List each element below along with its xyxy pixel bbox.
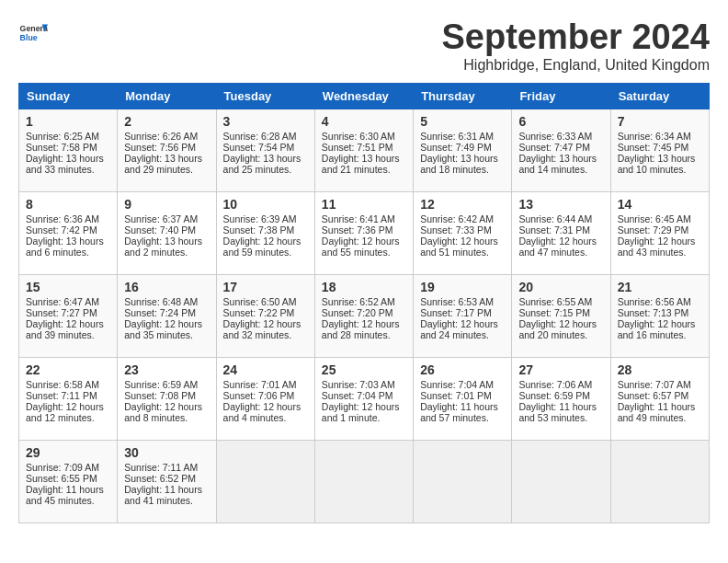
day-info-line: Sunset: 7:33 PM: [420, 224, 505, 236]
day-info-line: Sunset: 6:57 PM: [618, 390, 702, 401]
day-info-line: Sunrise: 7:01 AM: [223, 379, 308, 390]
calendar-cell: 4Sunrise: 6:30 AMSunset: 7:51 PMDaylight…: [314, 109, 413, 191]
calendar-cell: 18Sunrise: 6:52 AMSunset: 7:20 PMDayligh…: [314, 274, 413, 357]
day-info-line: and 33 minutes.: [26, 164, 110, 175]
day-info-line: Sunrise: 6:26 AM: [124, 131, 209, 142]
logo-icon: General Blue: [18, 18, 48, 48]
day-info-line: Daylight: 11 hours: [26, 484, 110, 495]
day-number: 22: [26, 362, 110, 377]
day-number: 9: [124, 197, 209, 212]
calendar-cell: 26Sunrise: 7:04 AMSunset: 7:01 PMDayligh…: [414, 357, 512, 440]
calendar-cell: 19Sunrise: 6:53 AMSunset: 7:17 PMDayligh…: [414, 274, 512, 357]
day-info-line: and 53 minutes.: [518, 412, 603, 423]
day-info-line: and 28 minutes.: [322, 329, 406, 340]
day-info-line: Sunset: 7:06 PM: [223, 390, 308, 401]
day-info-line: Sunrise: 6:44 AM: [518, 213, 603, 224]
day-number: 30: [124, 445, 209, 460]
calendar-week-1: 1Sunrise: 6:25 AMSunset: 7:58 PMDaylight…: [19, 109, 710, 191]
day-info-line: Sunset: 7:22 PM: [223, 307, 308, 318]
day-info-line: Daylight: 12 hours: [322, 236, 406, 247]
day-info-line: Sunrise: 6:50 AM: [223, 296, 308, 307]
day-number: 10: [223, 197, 308, 212]
day-info-line: Daylight: 12 hours: [26, 318, 110, 329]
day-info-line: Sunset: 7:11 PM: [26, 390, 110, 401]
day-info-line: Sunset: 7:36 PM: [322, 224, 406, 236]
calendar-cell: 24Sunrise: 7:01 AMSunset: 7:06 PMDayligh…: [216, 357, 314, 440]
day-info-line: Sunset: 7:31 PM: [518, 224, 603, 236]
day-info-line: and 20 minutes.: [518, 329, 603, 340]
day-info-line: Daylight: 12 hours: [322, 318, 406, 329]
month-title: September 2024: [442, 18, 711, 57]
day-info-line: Daylight: 13 hours: [518, 153, 603, 164]
calendar-cell: 22Sunrise: 6:58 AMSunset: 7:11 PMDayligh…: [19, 357, 118, 440]
day-info-line: Daylight: 12 hours: [223, 401, 308, 412]
day-info-line: Sunset: 7:17 PM: [420, 307, 505, 318]
day-number: 17: [223, 280, 308, 294]
day-info-line: Daylight: 12 hours: [518, 318, 603, 329]
calendar-cell: 17Sunrise: 6:50 AMSunset: 7:22 PMDayligh…: [216, 274, 314, 357]
day-info-line: Sunrise: 6:31 AM: [420, 131, 505, 142]
calendar-cell: 12Sunrise: 6:42 AMSunset: 7:33 PMDayligh…: [414, 191, 512, 274]
day-number: 8: [26, 197, 110, 212]
day-info-line: Daylight: 12 hours: [26, 401, 110, 412]
day-number: 18: [322, 280, 406, 294]
day-info-line: Sunrise: 7:04 AM: [420, 379, 505, 390]
calendar-cell: 23Sunrise: 6:59 AMSunset: 7:08 PMDayligh…: [118, 357, 216, 440]
calendar-table: SundayMondayTuesdayWednesdayThursdayFrid…: [18, 83, 710, 523]
day-info-line: and 35 minutes.: [124, 329, 209, 340]
day-number: 1: [26, 114, 110, 129]
day-info-line: and 32 minutes.: [223, 329, 308, 340]
day-number: 21: [618, 280, 702, 294]
page-header: General Blue September 2024 Highbridge, …: [18, 18, 710, 74]
day-info-line: and 55 minutes.: [322, 247, 406, 258]
logo: General Blue: [18, 18, 48, 48]
day-info-line: Sunset: 7:58 PM: [26, 142, 110, 153]
day-info-line: and 21 minutes.: [322, 164, 406, 175]
day-info-line: and 8 minutes.: [124, 412, 209, 423]
day-info-line: and 16 minutes.: [618, 329, 702, 340]
day-info-line: Sunset: 7:15 PM: [518, 307, 603, 318]
day-info-line: Sunset: 6:52 PM: [124, 473, 209, 484]
calendar-week-5: 29Sunrise: 7:09 AMSunset: 6:55 PMDayligh…: [19, 440, 710, 523]
day-info-line: Sunrise: 6:36 AM: [26, 213, 110, 224]
calendar-cell: [216, 440, 314, 523]
day-info-line: Daylight: 12 hours: [618, 236, 702, 247]
day-info-line: Sunset: 7:20 PM: [322, 307, 406, 318]
calendar-cell: 10Sunrise: 6:39 AMSunset: 7:38 PMDayligh…: [216, 191, 314, 274]
day-info-line: Sunset: 7:42 PM: [26, 224, 110, 236]
calendar-cell: [512, 440, 610, 523]
day-info-line: Sunset: 7:54 PM: [223, 142, 308, 153]
day-number: 24: [223, 362, 308, 377]
calendar-week-3: 15Sunrise: 6:47 AMSunset: 7:27 PMDayligh…: [19, 274, 710, 357]
day-info-line: Sunrise: 6:45 AM: [618, 213, 702, 224]
day-info-line: Sunset: 7:56 PM: [124, 142, 209, 153]
calendar-cell: 16Sunrise: 6:48 AMSunset: 7:24 PMDayligh…: [118, 274, 216, 357]
day-info-line: Sunrise: 7:09 AM: [26, 462, 110, 473]
calendar-cell: 7Sunrise: 6:34 AMSunset: 7:45 PMDaylight…: [610, 109, 709, 191]
day-info-line: Sunrise: 6:47 AM: [26, 296, 110, 307]
col-header-saturday: Saturday: [610, 83, 709, 109]
day-info-line: Daylight: 12 hours: [124, 401, 209, 412]
day-info-line: and 47 minutes.: [518, 247, 603, 258]
calendar-cell: [314, 440, 413, 523]
day-info-line: and 45 minutes.: [26, 495, 110, 506]
day-info-line: Daylight: 13 hours: [26, 236, 110, 247]
calendar-cell: 14Sunrise: 6:45 AMSunset: 7:29 PMDayligh…: [610, 191, 709, 274]
calendar-cell: 13Sunrise: 6:44 AMSunset: 7:31 PMDayligh…: [512, 191, 610, 274]
col-header-monday: Monday: [118, 83, 216, 109]
day-number: 5: [420, 114, 505, 129]
day-info-line: Daylight: 13 hours: [26, 153, 110, 164]
day-number: 11: [322, 197, 406, 212]
calendar-cell: 21Sunrise: 6:56 AMSunset: 7:13 PMDayligh…: [610, 274, 709, 357]
col-header-sunday: Sunday: [19, 83, 118, 109]
day-info-line: and 41 minutes.: [124, 495, 209, 506]
calendar-cell: 3Sunrise: 6:28 AMSunset: 7:54 PMDaylight…: [216, 109, 314, 191]
day-info-line: and 43 minutes.: [618, 247, 702, 258]
day-info-line: Sunset: 7:51 PM: [322, 142, 406, 153]
day-info-line: and 10 minutes.: [618, 164, 702, 175]
day-info-line: Daylight: 12 hours: [124, 318, 209, 329]
day-number: 4: [322, 114, 406, 129]
col-header-friday: Friday: [512, 83, 610, 109]
day-info-line: Sunset: 7:38 PM: [223, 224, 308, 236]
day-info-line: Daylight: 12 hours: [618, 318, 702, 329]
